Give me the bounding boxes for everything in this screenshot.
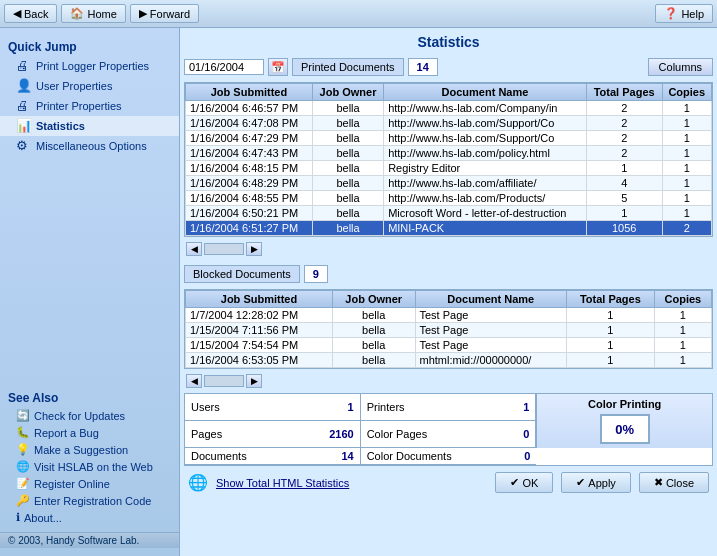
blocked-scroll-row: ◀ ▶ xyxy=(184,373,713,389)
table-row[interactable]: 1/7/2004 12:28:02 PM bella Test Page 1 1 xyxy=(186,308,712,323)
printer-icon: 🖨 xyxy=(16,98,32,114)
page-title: Statistics xyxy=(184,32,713,52)
owner-cell: bella xyxy=(332,353,415,368)
sidebar-item-misc-options[interactable]: ⚙ Miscellaneous Options xyxy=(0,136,179,156)
owner-cell: bella xyxy=(312,161,383,176)
owner-cell: bella xyxy=(312,146,383,161)
table-row[interactable]: 1/16/2004 6:53:05 PM bella mhtml:mid://0… xyxy=(186,353,712,368)
printers-value: 1 xyxy=(523,401,529,413)
table-row[interactable]: 1/16/2004 6:48:15 PM bella Registry Edit… xyxy=(186,161,712,176)
submitted-cell: 1/16/2004 6:48:55 PM xyxy=(186,191,313,206)
table-row[interactable]: 1/16/2004 6:48:29 PM bella http://www.hs… xyxy=(186,176,712,191)
doc-cell: Microsoft Word - letter-of-destruction xyxy=(384,206,587,221)
statistics-icon: 📊 xyxy=(16,118,32,134)
color-pages-cell: Color Pages 0 xyxy=(361,421,537,448)
submitted-cell: 1/16/2004 6:51:27 PM xyxy=(186,221,313,236)
sidebar-item-statistics[interactable]: 📊 Statistics xyxy=(0,116,179,136)
sidebar-item-about[interactable]: ℹ About... xyxy=(0,509,179,526)
owner-cell: bella xyxy=(312,101,383,116)
pages-cell: 2 xyxy=(586,101,662,116)
apply-button[interactable]: ✔ Apply xyxy=(561,472,631,493)
blocked-col-docname: Document Name xyxy=(415,291,567,308)
color-printing-label: Color Printing xyxy=(588,398,661,410)
doc-cell: Test Page xyxy=(415,308,567,323)
table-row[interactable]: 1/16/2004 6:47:29 PM bella http://www.hs… xyxy=(186,131,712,146)
help-button[interactable]: ❓ Help xyxy=(655,4,713,23)
submitted-cell: 1/16/2004 6:47:29 PM xyxy=(186,131,313,146)
doc-cell: http://www.hs-lab.com/Products/ xyxy=(384,191,587,206)
blocked-col-submitted: Job Submitted xyxy=(186,291,333,308)
close-button[interactable]: ✖ Close xyxy=(639,472,709,493)
pages-cell: Pages 2160 xyxy=(185,421,361,448)
blocked-table-wrapper: Job Submitted Job Owner Document Name To… xyxy=(184,289,713,369)
sidebar-item-printer-properties[interactable]: 🖨 Printer Properties xyxy=(0,96,179,116)
blocked-scroll-track[interactable] xyxy=(204,375,244,387)
misc-icon: ⚙ xyxy=(16,138,32,154)
table-row[interactable]: 1/16/2004 6:47:43 PM bella http://www.hs… xyxy=(186,146,712,161)
blocked-col-owner: Job Owner xyxy=(332,291,415,308)
doc-cell: mhtml:mid://00000000/ xyxy=(415,353,567,368)
back-icon: ◀ xyxy=(13,7,21,20)
color-printing-cell: Color Printing 0% xyxy=(536,394,712,448)
copies-cell: 2 xyxy=(662,221,711,236)
calendar-icon[interactable]: 📅 xyxy=(268,58,288,76)
ok-button[interactable]: ✔ OK xyxy=(495,472,553,493)
submitted-cell: 1/16/2004 6:47:43 PM xyxy=(186,146,313,161)
user-icon: 👤 xyxy=(16,78,32,94)
sidebar-item-user-properties[interactable]: 👤 User Properties xyxy=(0,76,179,96)
table-row[interactable]: 1/16/2004 6:48:55 PM bella http://www.hs… xyxy=(186,191,712,206)
sidebar-item-check-updates[interactable]: 🔄 Check for Updates xyxy=(0,407,179,424)
table-row[interactable]: 1/16/2004 6:47:08 PM bella http://www.hs… xyxy=(186,116,712,131)
doc-cell: Test Page xyxy=(415,323,567,338)
back-button[interactable]: ◀ Back xyxy=(4,4,57,23)
sidebar-item-enter-reg[interactable]: 🔑 Enter Registration Code xyxy=(0,492,179,509)
copies-cell: 1 xyxy=(654,323,711,338)
copies-cell: 1 xyxy=(662,116,711,131)
documents-value: 14 xyxy=(341,450,353,462)
sidebar-item-print-logger[interactable]: 🖨 Print Logger Properties xyxy=(0,56,179,76)
columns-button[interactable]: Columns xyxy=(648,58,713,76)
content-area: Statistics 📅 Printed Documents 14 Column… xyxy=(180,28,717,556)
pages-cell: 2 xyxy=(586,116,662,131)
copies-cell: 1 xyxy=(662,176,711,191)
blocked-scroll-left[interactable]: ◀ xyxy=(186,374,202,388)
copies-cell: 1 xyxy=(662,191,711,206)
col-submitted: Job Submitted xyxy=(186,84,313,101)
submitted-cell: 1/7/2004 12:28:02 PM xyxy=(186,308,333,323)
submitted-cell: 1/16/2004 6:48:15 PM xyxy=(186,161,313,176)
table-row[interactable]: 1/16/2004 6:50:21 PM bella Microsoft Wor… xyxy=(186,206,712,221)
register-icon: 📝 xyxy=(16,477,30,490)
color-percent-box: 0% xyxy=(600,414,650,444)
table-row[interactable]: 1/16/2004 6:46:57 PM bella http://www.hs… xyxy=(186,101,712,116)
pages-cell: 1 xyxy=(567,338,655,353)
table-row[interactable]: 1/15/2004 7:54:54 PM bella Test Page 1 1 xyxy=(186,338,712,353)
sidebar-item-register-online[interactable]: 📝 Register Online xyxy=(0,475,179,492)
home-button[interactable]: 🏠 Home xyxy=(61,4,125,23)
close-icon: ✖ xyxy=(654,476,663,489)
doc-cell: http://www.hs-lab.com/Support/Co xyxy=(384,131,587,146)
table-row[interactable]: 1/15/2004 7:11:56 PM bella Test Page 1 1 xyxy=(186,323,712,338)
sidebar-item-suggestion[interactable]: 💡 Make a Suggestion xyxy=(0,441,179,458)
submitted-cell: 1/16/2004 6:48:29 PM xyxy=(186,176,313,191)
color-pages-value: 0 xyxy=(523,428,529,440)
copies-cell: 1 xyxy=(662,161,711,176)
sidebar-item-report-bug[interactable]: 🐛 Report a Bug xyxy=(0,424,179,441)
submitted-cell: 1/16/2004 6:46:57 PM xyxy=(186,101,313,116)
date-input[interactable] xyxy=(184,59,264,75)
submitted-cell: 1/16/2004 6:50:21 PM xyxy=(186,206,313,221)
pages-cell: 1 xyxy=(567,353,655,368)
forward-button[interactable]: ▶ Forward xyxy=(130,4,199,23)
pages-cell: 1 xyxy=(567,308,655,323)
doc-cell: http://www.hs-lab.com/policy.html xyxy=(384,146,587,161)
users-cell: Users 1 xyxy=(185,394,361,421)
doc-cell: http://www.hs-lab.com/Support/Co xyxy=(384,116,587,131)
table-row[interactable]: 1/16/2004 6:51:27 PM bella MINI-PACK 105… xyxy=(186,221,712,236)
scroll-track[interactable] xyxy=(204,243,244,255)
col-totalpages: Total Pages xyxy=(586,84,662,101)
blocked-bar: Blocked Documents 9 xyxy=(184,263,713,285)
blocked-scroll-right[interactable]: ▶ xyxy=(246,374,262,388)
scroll-left-btn[interactable]: ◀ xyxy=(186,242,202,256)
scroll-right-btn[interactable]: ▶ xyxy=(246,242,262,256)
show-html-button[interactable]: Show Total HTML Statistics xyxy=(216,477,349,489)
sidebar-item-visit-web[interactable]: 🌐 Visit HSLAB on the Web xyxy=(0,458,179,475)
